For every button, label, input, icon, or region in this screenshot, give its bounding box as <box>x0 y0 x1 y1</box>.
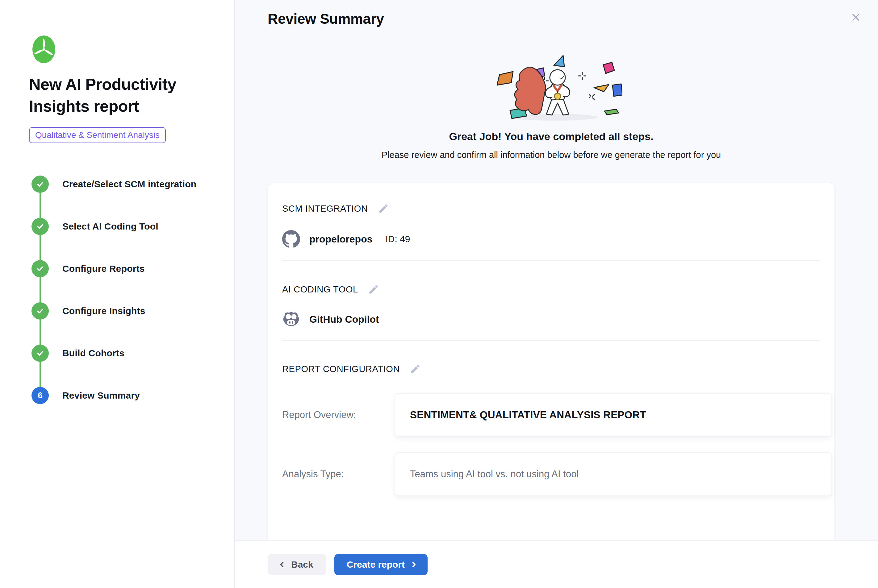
review-summary-panel: Review Summary <box>235 0 878 588</box>
analysis-type-row: Analysis Type: Teams using AI tool vs. n… <box>282 452 832 496</box>
step-label: Build Cohorts <box>62 348 125 358</box>
step-label: Configure Insights <box>62 306 146 316</box>
step-label: Review Summary <box>62 390 140 401</box>
chevron-left-icon <box>278 560 286 569</box>
create-report-button[interactable]: Create report <box>334 554 428 575</box>
step-select-ai-tool[interactable]: Select AI Coding Tool <box>32 218 222 235</box>
edit-scm-button[interactable] <box>378 203 389 214</box>
pencil-icon <box>410 363 421 375</box>
analysis-type-value-box: Teams using AI tool vs. not using AI too… <box>395 452 832 496</box>
step-number-badge: 6 <box>32 387 49 404</box>
create-report-button-label: Create report <box>347 559 405 570</box>
back-button-label: Back <box>291 559 313 570</box>
analysis-type-badge: Qualitative & Sentiment Analysis <box>29 127 166 143</box>
report-overview-value: SENTIMENT& QUALITATIVE ANALYSIS REPORT <box>410 409 646 421</box>
step-complete-check-icon <box>32 218 49 235</box>
step-configure-reports[interactable]: Configure Reports <box>32 260 222 278</box>
divider <box>282 526 820 526</box>
report-overview-row: Report Overview: SENTIMENT& QUALITATIVE … <box>282 393 832 437</box>
report-overview-label: Report Overview: <box>282 410 395 420</box>
step-label: Configure Reports <box>62 264 145 274</box>
divider <box>282 260 820 261</box>
report-wizard-title: New AI Productivity Insights report <box>29 74 192 117</box>
report-config-section-label: REPORT CONFIGURATION <box>282 364 400 374</box>
page-title: Review Summary <box>268 10 878 27</box>
wizard-stepper: Create/Select SCM integration Select AI … <box>32 176 222 404</box>
scm-section-label: SCM INTEGRATION <box>282 204 368 214</box>
back-button[interactable]: Back <box>268 554 326 575</box>
scm-integration-id: ID: 49 <box>385 234 410 244</box>
app-logo <box>32 35 222 65</box>
step-label: Create/Select SCM integration <box>62 179 196 189</box>
wizard-sidebar: New AI Productivity Insights report Qual… <box>0 0 235 588</box>
edit-report-config-button[interactable] <box>410 363 421 375</box>
report-configuration-section: REPORT CONFIGURATION Report Overview: SE… <box>282 363 832 526</box>
step-complete-check-icon <box>32 176 49 193</box>
step-complete-check-icon <box>32 302 49 320</box>
summary-card: SCM INTEGRATION propelorepos ID: 49 <box>268 183 835 540</box>
celebration-illustration <box>480 51 622 123</box>
ai-coding-tool-section: AI CODING TOOL <box>282 284 832 340</box>
close-button[interactable] <box>847 9 864 26</box>
chevron-right-icon <box>410 560 418 569</box>
wizard-footer: Back Create report <box>235 540 878 588</box>
report-overview-value-box: SENTIMENT& QUALITATIVE ANALYSIS REPORT <box>395 393 832 437</box>
step-complete-check-icon <box>32 345 49 362</box>
step-build-cohorts[interactable]: Build Cohorts <box>32 345 222 362</box>
congrats-block: Great Job! You have completed all steps.… <box>268 27 835 160</box>
propeller-logo-icon <box>32 35 56 63</box>
scm-integration-name: propelorepos <box>309 234 372 245</box>
ai-tool-name: GitHub Copilot <box>309 314 379 325</box>
edit-ai-tool-button[interactable] <box>368 284 379 295</box>
analysis-type-value: Teams using AI tool vs. not using AI too… <box>410 469 579 480</box>
step-complete-check-icon <box>32 260 49 278</box>
pencil-icon <box>368 284 379 295</box>
copilot-icon <box>282 311 300 328</box>
congrats-title: Great Job! You have completed all steps. <box>268 130 835 142</box>
pencil-icon <box>378 203 389 214</box>
github-icon <box>282 230 300 248</box>
step-configure-insights[interactable]: Configure Insights <box>32 302 222 320</box>
stepper-connector <box>39 184 41 396</box>
close-icon <box>851 12 861 22</box>
ai-tool-section-label: AI CODING TOOL <box>282 284 358 295</box>
divider <box>282 340 820 340</box>
step-label: Select AI Coding Tool <box>62 221 158 232</box>
scm-integration-section: SCM INTEGRATION propelorepos ID: 49 <box>282 203 832 261</box>
analysis-type-label: Analysis Type: <box>282 469 395 480</box>
step-review-summary-current[interactable]: 6 Review Summary <box>32 387 222 404</box>
scroll-content: Great Job! You have completed all steps.… <box>235 27 878 540</box>
congrats-subtitle: Please review and confirm all informatio… <box>268 150 835 160</box>
step-create-select-scm[interactable]: Create/Select SCM integration <box>32 176 222 193</box>
